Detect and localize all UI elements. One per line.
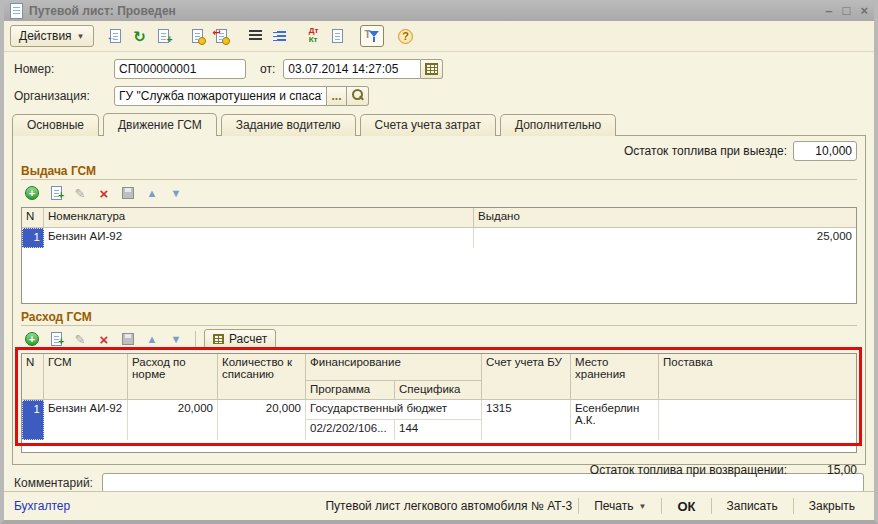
checkbox-list-icon <box>273 31 286 42</box>
separator <box>793 498 794 514</box>
responsible-link[interactable]: Бухгалтер <box>14 499 70 513</box>
refresh-button[interactable]: ↻ <box>128 25 152 47</box>
tab-dvizhenie-gsm[interactable]: Движение ГСМ <box>103 113 217 136</box>
maximize-button[interactable]: □ <box>843 4 851 17</box>
cell-delivery[interactable] <box>659 400 856 440</box>
date-input[interactable] <box>283 59 421 79</box>
organization-input[interactable] <box>114 86 327 106</box>
journal-button[interactable] <box>326 25 350 47</box>
issue-end-edit-button[interactable] <box>117 183 139 203</box>
add-icon: + <box>25 332 39 346</box>
print-button[interactable]: Печать ▼ <box>585 499 655 513</box>
report-document-icon <box>332 29 343 43</box>
arrow-left-icon: ← <box>107 32 117 42</box>
dt-kt-button[interactable]: Дт Кт <box>302 25 326 47</box>
row-number-cell[interactable]: 1 <box>22 228 44 248</box>
col-header-account: Счет учета БУ <box>482 354 571 400</box>
issue-add-button[interactable]: + <box>21 183 43 203</box>
issue-move-down-button[interactable]: ▼ <box>165 183 187 203</box>
separator <box>195 331 196 347</box>
cell-gsm[interactable]: Бензин АИ-92 <box>44 400 128 440</box>
go-to-button[interactable]: Т <box>360 25 384 47</box>
fuel-return-value: 15,00 <box>801 463 857 477</box>
ok-button[interactable]: ОК <box>668 499 704 514</box>
window-title: Путевой лист: Проведен <box>29 4 825 18</box>
copy-button[interactable]: + <box>152 25 176 47</box>
issue-toolbar: + + ✎ × ▲ ▼ <box>21 181 857 205</box>
calc-button[interactable]: Расчет <box>204 329 276 349</box>
expense-add-button[interactable]: + <box>21 329 43 349</box>
refresh-icon: ↻ <box>133 29 146 44</box>
tab-dopolnitelno[interactable]: Дополнительно <box>500 114 616 136</box>
expense-edit-button[interactable]: ✎ <box>69 329 91 349</box>
separator <box>661 498 662 514</box>
reread-button[interactable]: ← <box>104 25 128 47</box>
fuel-out-label: Остаток топлива при выезде: <box>624 144 787 158</box>
cell-budget[interactable]: Государственный бюджет <box>306 400 482 420</box>
plus-icon: + <box>58 191 64 201</box>
cell-program-code[interactable]: 02/2/202/106... <box>306 420 395 440</box>
col-header-program: Программа <box>306 381 395 400</box>
tab-scheta-ucheta-zatrat[interactable]: Счета учета затрат <box>360 114 496 136</box>
cell-specifics[interactable]: 144 <box>395 420 482 440</box>
issue-copy-button[interactable]: + <box>45 183 67 203</box>
fuel-out-input[interactable] <box>793 141 857 161</box>
tab-zadanie-voditelyu[interactable]: Задание водителю <box>221 114 356 136</box>
number-input[interactable] <box>114 59 246 79</box>
col-header-specifics: Специфика <box>395 381 482 400</box>
issue-edit-button[interactable]: ✎ <box>69 183 91 203</box>
calendar-button[interactable] <box>421 59 443 79</box>
col-header-n: N <box>22 354 44 400</box>
ellipsis-icon: ... <box>331 89 341 103</box>
tab-osnovnye[interactable]: Основные <box>12 114 99 136</box>
col-header-storage: Место хранения <box>571 354 659 400</box>
expense-move-up-button[interactable]: ▲ <box>141 329 163 349</box>
cell-writeoff[interactable]: 20,000 <box>218 400 306 440</box>
expense-toolbar: + + ✎ × ▲ ▼ Расчет <box>21 327 857 351</box>
document-window: Путевой лист: Проведен – □ × Действия ▼ … <box>0 0 878 524</box>
col-header-delivery: Поставка <box>659 354 856 400</box>
separator <box>711 498 712 514</box>
issue-section-title: Выдача ГСМ <box>21 164 857 180</box>
issue-table[interactable]: N Номенклатура Выдано 1 Бензин АИ-92 25,… <box>21 207 857 304</box>
cell-rate[interactable]: 20,000 <box>128 400 218 440</box>
post-document-button[interactable] <box>186 25 210 47</box>
save-button[interactable]: Записать <box>718 499 787 513</box>
organization-open-button[interactable] <box>347 86 369 106</box>
help-button[interactable]: ? <box>394 25 418 47</box>
row-number-cell[interactable]: 1 <box>22 400 44 440</box>
document-icon <box>192 29 203 43</box>
calendar-icon <box>425 63 438 75</box>
organization-label: Организация: <box>14 89 114 103</box>
table-icon <box>213 334 224 344</box>
actions-label: Действия <box>19 29 72 43</box>
expense-delete-button[interactable]: × <box>93 329 115 349</box>
expense-table[interactable]: N ГСМ Расход по норме Количество к списа… <box>21 353 857 453</box>
expense-move-down-button[interactable]: ▼ <box>165 329 187 349</box>
chevron-down-icon: ▼ <box>639 502 647 511</box>
issue-delete-button[interactable]: × <box>93 183 115 203</box>
help-icon: ? <box>398 29 413 44</box>
set-flags-button[interactable] <box>268 25 292 47</box>
cell-issued[interactable]: 25,000 <box>474 228 856 248</box>
unpost-document-button[interactable]: ↩ <box>210 25 234 47</box>
close-button[interactable]: × <box>860 4 868 17</box>
expense-section-title: Расход ГСМ <box>21 310 857 326</box>
expense-copy-button[interactable]: + <box>45 329 67 349</box>
separator <box>578 498 579 514</box>
structure-button[interactable] <box>244 25 268 47</box>
chevron-down-icon: ▼ <box>77 32 85 41</box>
cell-nomenclature[interactable]: Бензин АИ-92 <box>44 228 474 248</box>
col-header-n: N <box>22 208 44 228</box>
cell-account[interactable]: 1315 <box>482 400 571 440</box>
delete-icon: × <box>100 332 109 347</box>
cell-storage[interactable]: Есенберлин А.К. <box>571 400 659 440</box>
close-window-button[interactable]: Закрыть <box>800 499 864 513</box>
minimize-button[interactable]: – <box>825 4 832 17</box>
issue-move-up-button[interactable]: ▲ <box>141 183 163 203</box>
col-header-rate: Расход по норме <box>128 354 218 400</box>
expense-end-edit-button[interactable] <box>117 329 139 349</box>
arrow-back-icon: ↩ <box>213 28 221 38</box>
organization-select-button[interactable]: ... <box>327 86 347 106</box>
actions-menu-button[interactable]: Действия ▼ <box>10 25 94 47</box>
